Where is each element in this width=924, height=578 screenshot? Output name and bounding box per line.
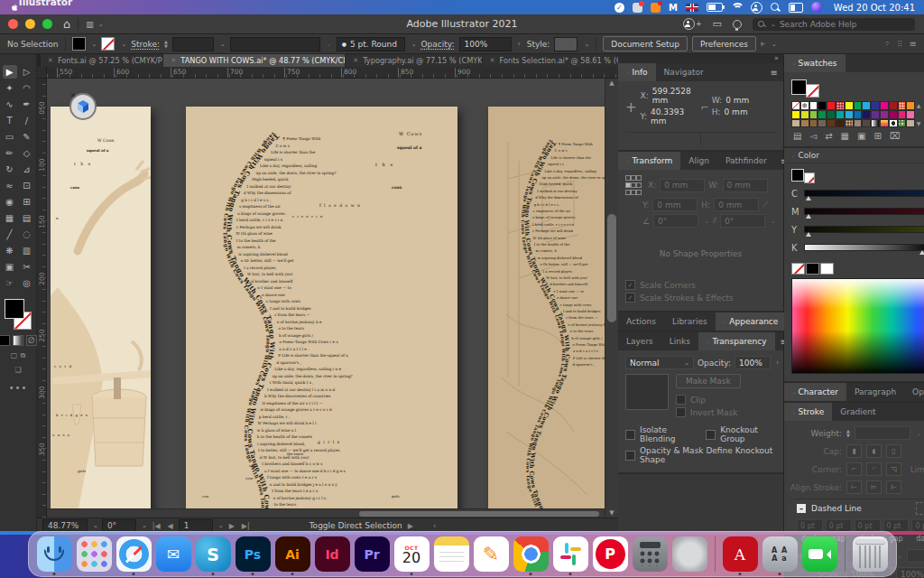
- gradient-tool[interactable]: ▤: [20, 211, 34, 225]
- shear-angle-field[interactable]: 0°: [720, 214, 765, 228]
- color-mode-button[interactable]: [0, 335, 10, 346]
- scrollbar-thumb[interactable]: [607, 214, 616, 322]
- swatch[interactable]: [818, 101, 827, 110]
- pencil-tool[interactable]: ✏: [3, 146, 17, 160]
- tab-gradient[interactable]: Gradient: [832, 403, 883, 421]
- tab-actions[interactable]: Actions: [618, 312, 664, 331]
- swatch[interactable]: [880, 110, 889, 119]
- home-icon[interactable]: ⌂: [63, 17, 70, 31]
- bevel-join-button[interactable]: ◹: [886, 462, 901, 476]
- free-transform-tool[interactable]: ⊡: [20, 179, 34, 192]
- close-tab-icon[interactable]: ✕: [353, 57, 358, 64]
- dock-app-photoshop[interactable]: Ps: [236, 536, 271, 572]
- okds-checkbox[interactable]: [625, 451, 635, 461]
- zoom-window-button[interactable]: [42, 19, 52, 29]
- width-tool[interactable]: ≈: [3, 179, 17, 192]
- tab-libraries[interactable]: Libraries: [664, 312, 716, 331]
- swatch[interactable]: [845, 110, 854, 119]
- round-join-button[interactable]: ◜: [866, 462, 882, 476]
- color-slider-y[interactable]: Y0%: [791, 223, 924, 236]
- tab-opentype[interactable]: OpenType: [904, 383, 924, 401]
- magic-wand-tool[interactable]: ✦: [3, 81, 17, 95]
- mask-thumbnail-well[interactable]: [625, 374, 669, 410]
- display-toggle-icon[interactable]: [789, 3, 803, 13]
- isolate-icon[interactable]: ⫦: [761, 39, 765, 49]
- column-graph-tool[interactable]: ▥: [20, 244, 34, 257]
- tab-align[interactable]: Align: [680, 152, 717, 170]
- dock-app-premiere[interactable]: Pr: [355, 536, 390, 572]
- checkmark-status-icon[interactable]: ✓: [614, 3, 624, 13]
- vertical-ruler[interactable]: 050100150200250300350: [37, 79, 47, 517]
- status-collapse-icon[interactable]: ‹: [431, 522, 438, 530]
- scrollbar-thumb[interactable]: [359, 511, 599, 517]
- dock-app-calculator[interactable]: [633, 536, 668, 572]
- share-user-icon[interactable]: +: [683, 18, 702, 30]
- notification-app-icon[interactable]: [633, 3, 642, 13]
- opacity-label[interactable]: Opacity:: [421, 40, 455, 49]
- dock-app-slack[interactable]: [553, 536, 588, 572]
- swatch[interactable]: [889, 110, 898, 119]
- discover-lightbulb-icon[interactable]: [733, 20, 742, 29]
- wifi-icon[interactable]: [731, 3, 743, 12]
- dock-app-mail[interactable]: ✉: [156, 536, 191, 572]
- delete-swatch-icon[interactable]: ⌧: [890, 131, 901, 141]
- dock-app-settings[interactable]: [672, 536, 707, 572]
- collapse-icon[interactable]: ◦: [791, 153, 795, 159]
- siri-icon[interactable]: [811, 2, 822, 13]
- projecting-cap-button[interactable]: ▯: [886, 444, 901, 458]
- swatch[interactable]: [809, 110, 818, 119]
- close-tab-icon[interactable]: ✕: [48, 57, 53, 64]
- status-expand-icon[interactable]: ▶: [406, 522, 415, 530]
- dashed-line-checkbox[interactable]: –: [797, 504, 806, 513]
- swatch[interactable]: [791, 110, 800, 119]
- preferences-button[interactable]: Preferences: [692, 36, 756, 51]
- scale-tool[interactable]: ⊿: [20, 163, 34, 176]
- swatch[interactable]: [898, 110, 907, 119]
- brush-definition-field[interactable]: [230, 37, 320, 51]
- artboard-number-field[interactable]: 1: [179, 519, 213, 532]
- transform-x-field[interactable]: 0 mm: [660, 179, 705, 192]
- align-inside-button[interactable]: ⊨: [866, 480, 882, 494]
- knockout-group-checkbox[interactable]: [706, 430, 716, 440]
- vertical-scrollbar[interactable]: ▲ ▼: [605, 79, 618, 517]
- arrange-documents-icon[interactable]: ▥ ⌄: [86, 20, 103, 29]
- spotlight-icon[interactable]: [771, 3, 781, 13]
- tab-paragraph[interactable]: Paragraph: [846, 383, 904, 401]
- swatch[interactable]: [898, 119, 907, 128]
- orange-app-icon[interactable]: [651, 3, 661, 13]
- blend-mode-dropdown[interactable]: Normal⌄: [625, 356, 694, 369]
- type-tool[interactable]: T: [3, 114, 17, 127]
- dock-app-notes[interactable]: [434, 536, 469, 572]
- curvature-tool[interactable]: ∿: [3, 98, 17, 111]
- tab-transform[interactable]: ◦Transform: [618, 152, 680, 170]
- rotate-tool[interactable]: ↻: [3, 163, 17, 176]
- transform-h-field[interactable]: 0 mm: [714, 198, 759, 211]
- swatch[interactable]: [889, 119, 898, 128]
- swatch[interactable]: [827, 119, 836, 128]
- transform-w-field[interactable]: 0 mm: [723, 179, 768, 192]
- close-window-button[interactable]: [8, 19, 18, 29]
- minimize-window-button[interactable]: [25, 19, 35, 29]
- swatch[interactable]: [898, 101, 907, 110]
- swatch[interactable]: [845, 119, 854, 128]
- swatch[interactable]: [880, 119, 889, 128]
- document-tab[interactable]: ✕Fonts.ai @ 57.25 % (CMYK/Previe...: [41, 54, 162, 67]
- perspective-grid-tool[interactable]: ⊞: [20, 195, 34, 209]
- fill-well[interactable]: [5, 299, 24, 319]
- swatch[interactable]: [836, 110, 845, 119]
- opacity-chevron-icon[interactable]: ›: [516, 40, 522, 48]
- collapse-panels-icon[interactable]: »: [618, 54, 783, 63]
- swatch[interactable]: [906, 110, 915, 119]
- round-cap-button[interactable]: ◖: [866, 444, 882, 458]
- white-chip[interactable]: [820, 263, 834, 275]
- swatch[interactable]: [871, 101, 880, 110]
- m-status-icon[interactable]: M: [669, 3, 678, 13]
- dock-app-facetime[interactable]: [802, 536, 837, 572]
- gradient-mode-button[interactable]: [13, 335, 23, 346]
- scale-strokes-checkbox[interactable]: [625, 293, 635, 303]
- align-center-button[interactable]: ⊢: [846, 480, 862, 494]
- document-tab[interactable]: ✕Typography.ai @ 77.15 % (CMYK/Previ...: [346, 54, 481, 67]
- tab-navigator[interactable]: Navigator: [656, 63, 712, 81]
- next-artboard-icon[interactable]: ▶: [227, 522, 236, 530]
- artboard-tool[interactable]: ▣: [3, 260, 17, 274]
